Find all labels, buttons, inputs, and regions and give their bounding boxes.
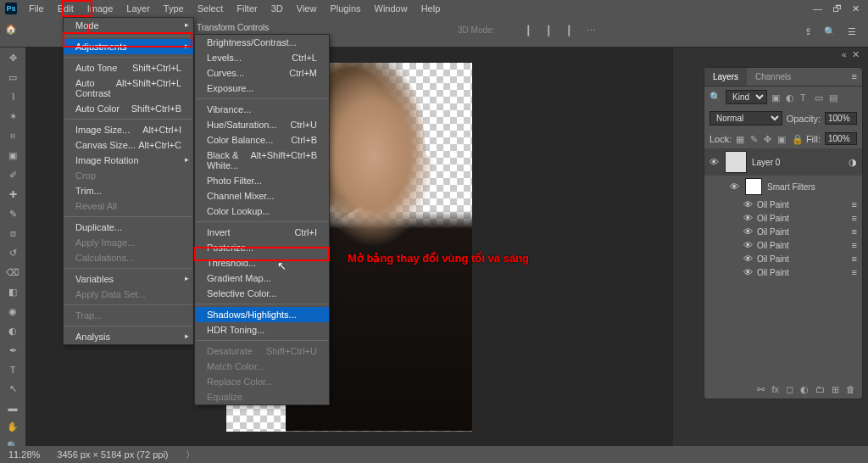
- brush-tool-icon[interactable]: ✎: [6, 209, 19, 220]
- opacity-input[interactable]: [825, 112, 857, 125]
- search-icon[interactable]: 🔍: [824, 26, 836, 37]
- hand-tool-icon[interactable]: ✋: [6, 421, 19, 432]
- smart-object-icon[interactable]: ◑: [849, 157, 857, 168]
- menu-type[interactable]: Type: [157, 1, 191, 16]
- tab-layers[interactable]: Layers: [704, 68, 747, 86]
- menu-auto-tone[interactable]: Auto ToneShift+Ctrl+L: [64, 60, 193, 75]
- visibility-icon[interactable]: 👁: [743, 213, 753, 223]
- move-tool-icon[interactable]: ✥: [6, 53, 19, 64]
- share-icon[interactable]: ⇪: [804, 26, 812, 37]
- stamp-tool-icon[interactable]: ⧈: [6, 228, 19, 239]
- layer-name[interactable]: Layer 0: [752, 158, 780, 167]
- menu-hue-saturation[interactable]: Hue/Saturation...Ctrl+U: [195, 117, 329, 132]
- filter-row[interactable]: 👁Oil Paint≡: [704, 252, 862, 265]
- smart-filters-row[interactable]: 👁 Smart Filters: [704, 176, 862, 198]
- marquee-tool-icon[interactable]: ▭: [6, 72, 19, 83]
- filter-shape-icon[interactable]: ▭: [815, 92, 825, 103]
- menu-gradient-map[interactable]: Gradient Map...: [195, 271, 329, 286]
- blend-mode-select[interactable]: Normal: [709, 111, 782, 126]
- menu-image-rotation[interactable]: Image Rotation: [64, 153, 193, 168]
- menu-vibrance[interactable]: Vibrance...: [195, 102, 329, 117]
- menu-filter[interactable]: Filter: [230, 1, 264, 16]
- menu-exposure[interactable]: Exposure...: [195, 81, 329, 96]
- menu-hdr-toning[interactable]: HDR Toning...: [195, 322, 329, 337]
- align-left-icon[interactable]: ┃: [526, 25, 537, 37]
- adjustment-layer-icon[interactable]: ◐: [800, 384, 809, 395]
- menu-photo-filter[interactable]: Photo Filter...: [195, 173, 329, 188]
- menu-threshold[interactable]: Threshold...: [195, 255, 329, 271]
- menu-help[interactable]: Help: [415, 1, 448, 16]
- lock-transparent-icon[interactable]: ▦: [736, 134, 745, 144]
- filter-row[interactable]: 👁Oil Paint≡: [704, 238, 862, 252]
- history-brush-icon[interactable]: ↺: [6, 248, 19, 259]
- more-icon[interactable]: ⋯: [587, 25, 598, 37]
- align-center-icon[interactable]: ┃: [546, 25, 558, 37]
- menu-adjustments[interactable]: Adjustments: [64, 39, 193, 54]
- menu-layer[interactable]: Layer: [120, 1, 157, 16]
- lasso-tool-icon[interactable]: ⌇: [6, 92, 19, 103]
- menu-window[interactable]: Window: [368, 1, 415, 16]
- filter-adjust-icon[interactable]: ◐: [786, 92, 796, 103]
- fill-input[interactable]: [825, 132, 857, 145]
- filter-options-icon[interactable]: ≡: [852, 199, 857, 209]
- lock-pixels-icon[interactable]: ✎: [750, 134, 760, 144]
- dodge-tool-icon[interactable]: ◐: [6, 326, 19, 337]
- lock-all-icon[interactable]: 🔒: [792, 134, 802, 144]
- menu-image-size[interactable]: Image Size...Alt+Ctrl+I: [64, 122, 193, 137]
- layer-filter-select[interactable]: Kind: [726, 90, 767, 104]
- menu-color-lookup[interactable]: Color Lookup...: [195, 204, 329, 219]
- menu-view[interactable]: View: [290, 1, 324, 16]
- filter-row[interactable]: 👁Oil Paint≡: [704, 265, 862, 279]
- frame-tool-icon[interactable]: ▣: [6, 150, 19, 161]
- status-zoom[interactable]: 11.28%: [8, 449, 40, 460]
- panel-close-icon[interactable]: ✕: [852, 49, 860, 59]
- panel-menu-icon[interactable]: ≡: [847, 68, 862, 86]
- filter-row[interactable]: 👁Oil Paint≡: [704, 211, 862, 225]
- layer-style-icon[interactable]: fx: [771, 384, 779, 395]
- menu-duplicate[interactable]: Duplicate...: [64, 220, 193, 235]
- heal-tool-icon[interactable]: ✚: [6, 189, 19, 200]
- shape-tool-icon[interactable]: ▬: [6, 403, 19, 413]
- menu-auto-color[interactable]: Auto ColorShift+Ctrl+B: [64, 101, 193, 116]
- home-icon[interactable]: 🏠: [5, 24, 22, 41]
- crop-tool-icon[interactable]: ⌗: [6, 131, 19, 142]
- filter-row[interactable]: 👁Oil Paint≡: [704, 198, 862, 211]
- menu-3d[interactable]: 3D: [264, 1, 290, 16]
- gradient-tool-icon[interactable]: ◧: [6, 287, 19, 298]
- collapse-icon[interactable]: «: [842, 49, 847, 59]
- win-restore-icon[interactable]: 🗗: [832, 3, 842, 14]
- trash-icon[interactable]: 🗑: [846, 384, 855, 395]
- visibility-icon[interactable]: 👁: [743, 254, 753, 264]
- pen-tool-icon[interactable]: ✒: [6, 345, 19, 356]
- visibility-icon[interactable]: 👁: [743, 240, 753, 250]
- win-close-icon[interactable]: ✕: [852, 3, 860, 14]
- menu-shadows-highlights[interactable]: Shadows/Highlights...: [195, 307, 329, 322]
- menu-auto-contrast[interactable]: Auto ContrastAlt+Shift+Ctrl+L: [64, 75, 193, 101]
- menu-plugins[interactable]: Plugins: [323, 1, 367, 16]
- menu-variables[interactable]: Variables: [64, 271, 193, 287]
- menu-canvas-size[interactable]: Canvas Size...Alt+Ctrl+C: [64, 137, 193, 153]
- menu-posterize[interactable]: Posterize...: [195, 240, 329, 255]
- menu-mode[interactable]: Mode: [64, 18, 193, 33]
- link-layers-icon[interactable]: ⚯: [757, 384, 765, 395]
- type-tool-icon[interactable]: T: [6, 365, 19, 375]
- layer-mask-icon[interactable]: ◻: [786, 384, 793, 395]
- visibility-icon[interactable]: 👁: [743, 226, 753, 237]
- new-layer-icon[interactable]: ⊞: [832, 384, 839, 395]
- filter-type-icon[interactable]: T: [800, 92, 810, 103]
- win-min-icon[interactable]: —: [813, 3, 822, 14]
- filter-smart-icon[interactable]: ▤: [829, 92, 839, 103]
- menu-brightness-contrast[interactable]: Brightness/Contrast...: [195, 35, 329, 50]
- menu-invert[interactable]: InvertCtrl+I: [195, 225, 329, 240]
- visibility-icon[interactable]: 👁: [730, 181, 740, 192]
- menu-levels[interactable]: Levels...Ctrl+L: [195, 50, 329, 65]
- settings-icon[interactable]: ☰: [848, 26, 856, 37]
- visibility-icon[interactable]: 👁: [743, 267, 753, 277]
- menu-channel-mixer[interactable]: Channel Mixer...: [195, 188, 329, 204]
- menu-analysis[interactable]: Analysis: [64, 329, 193, 344]
- blur-tool-icon[interactable]: ◉: [6, 306, 19, 317]
- layer-row[interactable]: 👁 Layer 0 ◑: [704, 148, 862, 176]
- menu-file[interactable]: File: [22, 1, 51, 16]
- menu-selective-color[interactable]: Selective Color...: [195, 286, 329, 301]
- filter-options-icon[interactable]: ≡: [852, 213, 857, 223]
